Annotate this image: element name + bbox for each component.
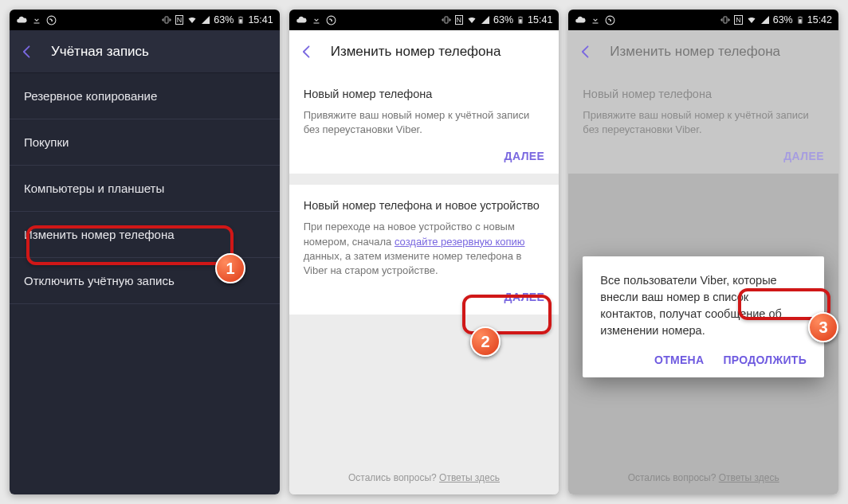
cloud-upload-icon (296, 14, 307, 25)
cloud-upload-icon (16, 14, 27, 25)
battery-pct: 63% (773, 14, 793, 25)
item-change-number[interactable]: Изменить номер телефона (10, 212, 280, 258)
text-post: данных, а затем измените номер телефона … (304, 250, 522, 276)
item-computers-tablets[interactable]: Компьютеры и планшеты (10, 166, 280, 212)
card-text: При переходе на новое устройство с новым… (304, 220, 545, 278)
svg-rect-9 (520, 17, 521, 18)
nfc-icon: N (734, 15, 743, 25)
signal-icon (201, 15, 210, 25)
card-title: Новый номер телефона и новое устройство (304, 199, 545, 212)
cancel-button[interactable]: ОТМЕНА (654, 354, 704, 366)
appbar: Изменить номер телефона (289, 30, 559, 73)
create-backup-link[interactable]: создайте резервную копию (395, 236, 525, 248)
appbar-title: Изменить номер телефона (610, 44, 780, 60)
vibrate-icon (161, 15, 172, 25)
back-arrow-icon[interactable] (299, 44, 315, 60)
next-button-2[interactable]: ДАЛЕЕ (304, 291, 545, 303)
clock: 15:41 (528, 14, 552, 25)
card-text: Привяжите ваш новый номер к учётной запи… (304, 108, 545, 137)
svg-rect-8 (519, 19, 521, 23)
svg-rect-13 (799, 19, 801, 23)
screen-account: N 63% 15:41 Учётная запись Резервное коп… (10, 10, 280, 494)
viber-icon (605, 15, 615, 25)
viber-icon (46, 15, 57, 25)
footer-help: Остались вопросы? Ответы здесь (289, 461, 559, 494)
change-number-body-dim: Новый номер телефона Привяжите ваш новый… (568, 73, 838, 494)
appbar-title: Учётная запись (51, 44, 149, 60)
svg-rect-3 (240, 19, 242, 23)
svg-rect-14 (799, 17, 801, 18)
dialog-text: Все пользователи Viber, которые внесли в… (600, 272, 807, 339)
battery-pct: 63% (214, 14, 234, 25)
download-icon (591, 15, 600, 25)
battery-icon (796, 14, 804, 25)
statusbar: N 63% 15:42 (568, 10, 838, 30)
card-title: Новый номер телефона (304, 88, 545, 100)
viber-icon (326, 15, 336, 25)
download-icon (312, 15, 321, 25)
continue-button[interactable]: ПРОДОЛЖИТЬ (723, 354, 807, 366)
back-arrow-icon[interactable] (19, 44, 35, 60)
battery-pct: 63% (493, 14, 513, 25)
cloud-upload-icon (575, 14, 586, 25)
svg-rect-1 (165, 17, 168, 23)
confirm-dialog: Все пользователи Viber, которые внесли в… (583, 256, 824, 377)
wifi-icon (186, 15, 198, 25)
card-new-number: Новый номер телефона Привяжите ваш новый… (289, 73, 559, 174)
footer-answers-link[interactable]: Ответы здесь (439, 472, 500, 483)
signal-icon (481, 15, 490, 25)
appbar: Изменить номер телефона (568, 30, 838, 73)
battery-icon (237, 14, 245, 25)
vibrate-icon (441, 15, 452, 25)
statusbar: N 63% 15:41 (289, 10, 559, 30)
clock: 15:41 (248, 14, 273, 25)
settings-list: Резервное копирование Покупки Компьютеры… (10, 73, 280, 494)
item-backup[interactable]: Резервное копирование (10, 73, 280, 119)
svg-rect-11 (724, 17, 727, 23)
appbar: Учётная запись (10, 30, 280, 73)
wifi-icon (746, 15, 757, 25)
card-new-number-device: Новый номер телефона и новое устройство … (289, 185, 559, 315)
next-button-1[interactable]: ДАЛЕЕ (304, 150, 545, 162)
change-number-body: Новый номер телефона Привяжите ваш новый… (289, 73, 559, 494)
nfc-icon: N (175, 15, 184, 25)
wifi-icon (466, 15, 477, 25)
signal-icon (760, 15, 770, 25)
svg-rect-6 (445, 17, 448, 23)
nfc-icon: N (455, 15, 464, 25)
download-icon (32, 15, 41, 25)
vibrate-icon (720, 15, 731, 25)
item-deactivate[interactable]: Отключить учётную запись (10, 258, 280, 304)
screen-confirm-dialog: N 63% 15:42 Изменить номер телефона Новы… (568, 10, 838, 494)
appbar-title: Изменить номер телефона (331, 44, 501, 60)
back-arrow-icon[interactable] (578, 44, 594, 60)
statusbar: N 63% 15:41 (10, 10, 280, 30)
footer-q-text: Остались вопросы? (348, 472, 439, 483)
item-purchases[interactable]: Покупки (10, 119, 280, 166)
svg-rect-4 (241, 17, 242, 18)
clock: 15:42 (807, 14, 832, 25)
battery-icon (516, 14, 524, 25)
screen-change-number: N 63% 15:41 Изменить номер телефона Новы… (289, 10, 559, 494)
